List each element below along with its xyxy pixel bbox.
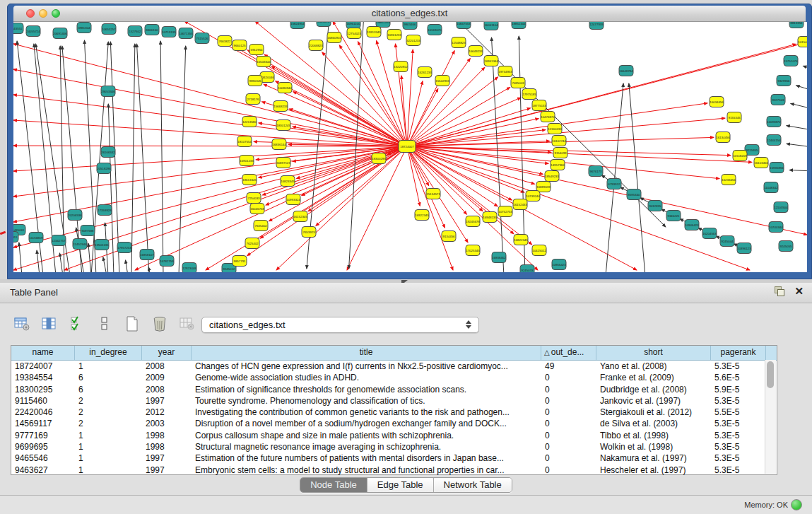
- vertical-scrollbar[interactable]: [765, 360, 776, 474]
- column-header-short[interactable]: short: [596, 346, 711, 360]
- memory-status-label: Memory: OK: [744, 501, 788, 509]
- table-row[interactable]: 1456911722003Disruption of a novel membe…: [11, 418, 777, 429]
- column-header-pagerank[interactable]: pagerank: [711, 346, 766, 360]
- table-cell: 19384554: [11, 372, 75, 383]
- column-header-in_degree[interactable]: in_degree: [75, 346, 142, 360]
- table-cell: 5.5E-5: [711, 407, 766, 418]
- node-label: 15935894: [770, 166, 784, 170]
- row-height-button[interactable]: [95, 315, 114, 333]
- node-label: 17975185: [522, 93, 536, 96]
- node-label: 9676173: [589, 170, 602, 173]
- node-label: 16961100: [346, 22, 360, 25]
- citation-network-graph[interactable]: 9643551240557242069140639813041065325715…: [13, 22, 807, 272]
- node-label: 12444154: [767, 139, 781, 142]
- window-titlebar[interactable]: citations_edges.txt: [13, 6, 806, 22]
- node-label: 9346221: [667, 214, 680, 218]
- table-row[interactable]: 946554611997Estimation of the future num…: [11, 452, 777, 464]
- delete-table-button[interactable]: [151, 315, 169, 333]
- table-row[interactable]: 969969511998Structural magnetic resonanc…: [11, 441, 777, 452]
- table-cell: 14569117: [11, 418, 75, 429]
- node-label: 20206536: [68, 214, 82, 217]
- show-columns-button[interactable]: [40, 315, 59, 333]
- node-label: 18724007: [400, 145, 414, 148]
- node-label: 16901233: [240, 159, 254, 163]
- node-label: 18852344: [512, 22, 526, 25]
- node-label: 3915911: [13, 235, 18, 239]
- node-label: 15751074: [784, 59, 798, 63]
- tab-network-table[interactable]: Network Table: [434, 478, 512, 492]
- table-row[interactable]: 1830029562008Estimation of significance …: [11, 384, 777, 395]
- table-row[interactable]: 1872400712008Changes of HCN gene express…: [11, 361, 777, 372]
- node-label: 10719135: [162, 30, 176, 34]
- node-label: 16061104: [484, 23, 498, 27]
- import-table-button-disabled: [178, 315, 196, 333]
- table-cell: 6: [75, 372, 142, 383]
- table-row[interactable]: 2242004622012Investigating the contribut…: [11, 407, 777, 418]
- table-row[interactable]: 946362711997Embryonic stem cells: a mode…: [11, 465, 777, 476]
- scrollbar-thumb[interactable]: [767, 361, 774, 388]
- table-cell: 1998: [142, 441, 192, 452]
- node-label: 11048342: [764, 186, 778, 189]
- network-canvas[interactable]: 9643551240557242069140639813041065325715…: [13, 22, 807, 272]
- table-header-row: namein_degreeyeartitle△out_de...shortpag…: [11, 346, 777, 361]
- node-label: 18613345: [242, 178, 257, 182]
- node-label: 16948133: [483, 216, 497, 219]
- table-cell: Nakamura et al. (1997): [596, 452, 711, 464]
- table-chooser-dropdown[interactable]: citations_edges.txt: [201, 317, 479, 333]
- table-cell: 9699695: [11, 441, 75, 452]
- table-row[interactable]: 977716911998Corpus callosum shape and si…: [11, 430, 777, 441]
- memory-status-indicator[interactable]: [791, 499, 802, 510]
- table-cell: Tourette syndrome. Phenomenology and cla…: [192, 395, 541, 407]
- table-cell: 1: [75, 361, 142, 372]
- float-panel-icon[interactable]: [775, 286, 784, 296]
- table-cell: 49: [541, 361, 596, 372]
- node-label: 12160233: [548, 127, 562, 131]
- table-cell: 2008: [142, 361, 192, 372]
- node-label: 9245044: [721, 240, 734, 243]
- node-label: 7663822: [218, 40, 231, 43]
- close-panel-icon[interactable]: ✕: [794, 286, 804, 296]
- table-cell: 1997: [142, 465, 192, 476]
- table-chooser-value: citations_edges.txt: [209, 320, 286, 330]
- table-row[interactable]: 1938455462009Genome-wide association stu…: [11, 372, 777, 383]
- node-label: 9660125: [233, 44, 246, 47]
- table-panel-header: Table Panel ✕: [0, 283, 812, 303]
- node-label: 8813356: [790, 22, 803, 25]
- table-options-button[interactable]: [13, 315, 31, 333]
- tab-edge-table[interactable]: Edge Table: [367, 478, 434, 492]
- node-label: 22068823: [309, 44, 323, 47]
- node-label: 18107554: [237, 140, 252, 144]
- node-label: 16822345: [514, 238, 528, 242]
- node-label: 16938462: [492, 256, 506, 259]
- node-label: 10966423: [552, 263, 566, 267]
- column-header-title[interactable]: title: [192, 346, 541, 360]
- table-cell: 0: [541, 430, 596, 441]
- node-label: 2718176: [247, 98, 259, 101]
- node-label: 19245678: [466, 220, 480, 223]
- node-label: 10154408: [798, 40, 807, 44]
- new-table-button[interactable]: [123, 315, 141, 333]
- node-label: 16649233: [469, 49, 483, 53]
- node-label: 10740344: [769, 226, 783, 229]
- node-label: 20518296: [97, 167, 111, 170]
- node-label: 18300295: [372, 157, 386, 160]
- node-label: 16958107: [140, 253, 154, 257]
- table-cell: Stergiakouli et al. (2012): [596, 407, 711, 418]
- node-label: 5912954: [250, 48, 263, 52]
- column-header-name[interactable]: name: [11, 346, 75, 360]
- node-label: 15668233: [273, 105, 288, 108]
- node-label: 8595340: [628, 193, 640, 197]
- select-all-rows-button[interactable]: [68, 315, 86, 333]
- table-row[interactable]: 911546021997Tourette syndrome. Phenomeno…: [11, 395, 777, 407]
- column-header-out_de[interactable]: △out_de...: [541, 346, 596, 360]
- table-cell: 5.3E-5: [711, 441, 766, 452]
- node-label: 16233456: [722, 178, 736, 182]
- node-label: 9245055: [779, 245, 792, 248]
- node-label: 17025345: [466, 249, 480, 252]
- column-header-year[interactable]: year: [142, 346, 192, 360]
- node-label: 9134456: [442, 235, 455, 238]
- node-label: 9857791: [233, 259, 246, 263]
- node-label: 32201233: [406, 39, 420, 42]
- tab-node-table[interactable]: Node Table: [300, 478, 367, 492]
- table-panel: Table Panel ✕ f(x) citations_edges.t: [0, 283, 812, 514]
